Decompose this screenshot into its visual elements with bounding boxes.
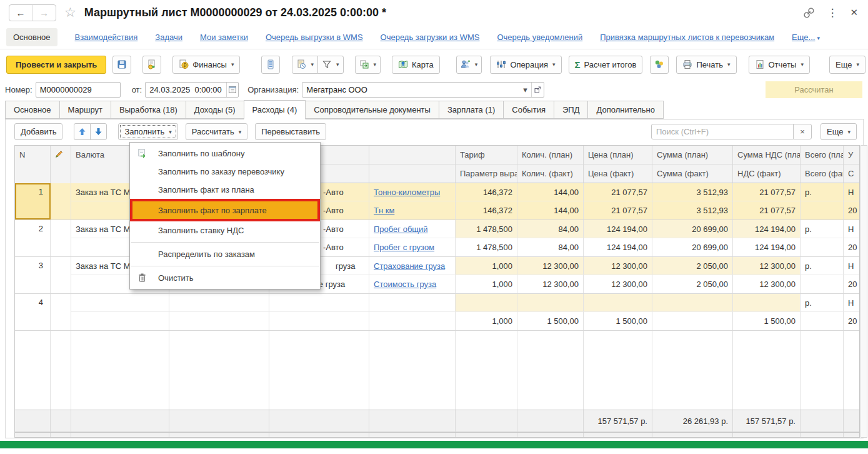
cell-tax-fact[interactable]: 20 xyxy=(844,312,859,330)
cell-tax-plan[interactable]: Н xyxy=(844,183,859,201)
nav-item-wms-unload-queue[interactable]: Очередь выгрузки в WMS xyxy=(266,33,363,42)
cell-tax-fact[interactable]: 20 xyxy=(844,238,859,256)
header-item-fact[interactable] xyxy=(369,164,456,183)
cell-tariff-fact[interactable]: Стоимость груза xyxy=(369,275,456,293)
cell-qty-fact[interactable]: 146,372 xyxy=(456,201,517,219)
cell-tax-fact[interactable]: 20 xyxy=(844,275,859,293)
row-number-cell[interactable]: 2 xyxy=(15,220,51,256)
search-input[interactable] xyxy=(651,124,794,139)
cell-total-fact[interactable]: 21 077,57 xyxy=(733,201,801,219)
header-edit[interactable] xyxy=(51,146,71,184)
row-number-cell[interactable]: 4 xyxy=(15,294,51,330)
close-icon[interactable]: ✕ xyxy=(850,7,858,18)
cell-price-plan[interactable]: 84,00 xyxy=(517,220,584,238)
cell-item-plan[interactable] xyxy=(269,294,369,312)
cell-currency-fact[interactable] xyxy=(801,201,844,219)
calculate-button[interactable]: Рассчитать▾ xyxy=(186,123,247,140)
tab-route[interactable]: Маршрут xyxy=(59,101,111,119)
nav-item-main[interactable]: Основное xyxy=(6,28,57,46)
header-price-plan[interactable]: Цена (план) xyxy=(584,146,652,164)
cell-sum-fact[interactable]: 21 077,57 xyxy=(584,201,652,219)
nav-item-wms-load-queue[interactable]: Очередь загрузки из WMS xyxy=(381,33,480,42)
cell-currency[interactable]: р. xyxy=(801,294,844,312)
header-qty-plan[interactable]: Колич. (план) xyxy=(517,146,584,164)
tab-salary[interactable]: Зарплата (1) xyxy=(439,101,504,119)
row-number-cell[interactable]: 3 xyxy=(15,257,51,293)
header-total-fact[interactable]: Всего (факт) xyxy=(801,164,844,183)
cell-tariff-plan[interactable]: Пробег общий xyxy=(369,220,456,238)
cell-doc-fact[interactable] xyxy=(169,312,269,330)
cell-item-fact[interactable] xyxy=(269,312,369,330)
cell-currency-fact[interactable] xyxy=(801,312,844,330)
cell-price-fact[interactable]: 144,00 xyxy=(517,201,584,219)
map-button[interactable]: Карта xyxy=(392,56,440,74)
post-document-button[interactable] xyxy=(142,56,161,74)
cell-vat-plan[interactable] xyxy=(652,294,733,312)
cell-currency[interactable]: р. xyxy=(801,183,844,201)
add-contact-button[interactable]: ▾ xyxy=(456,56,482,74)
cell-sum-fact[interactable]: 124 194,00 xyxy=(584,238,652,256)
calc-totals-button[interactable]: Σ Расчет итогов xyxy=(569,56,643,74)
menu-item-distribute-by-orders[interactable]: Распределить по заказам xyxy=(130,245,320,263)
header-tariff-plan[interactable]: Тариф xyxy=(456,146,517,164)
header-vat-plan[interactable]: Сумма НДС (план) xyxy=(733,146,801,164)
cell-sum-fact[interactable]: 1 500,00 xyxy=(584,312,652,330)
date-field[interactable] xyxy=(146,83,226,97)
cell-price-fact[interactable]: 1 500,00 xyxy=(517,312,584,330)
cell-total-fact[interactable]: 124 194,00 xyxy=(733,238,801,256)
cell-total-fact[interactable]: 12 300,00 xyxy=(733,275,801,293)
cell-total-plan[interactable] xyxy=(733,294,801,312)
nav-item-notes[interactable]: Мои заметки xyxy=(200,33,248,42)
nav-item-notification-queue[interactable]: Очередь уведомлений xyxy=(497,33,582,42)
header-sum-fact[interactable]: Сумма (факт) xyxy=(652,164,733,183)
nav-item-interactions[interactable]: Взаимодействия xyxy=(75,33,138,42)
tab-epd[interactable]: ЭПД xyxy=(554,101,589,119)
tab-expenses[interactable]: Расходы (4) xyxy=(244,100,306,119)
kebab-menu-icon[interactable]: ⋮ xyxy=(827,6,837,19)
link-icon[interactable] xyxy=(804,8,814,18)
cell-qty-plan[interactable] xyxy=(456,294,517,312)
cell-price-plan[interactable] xyxy=(517,294,584,312)
cell-sum-fact[interactable]: 12 300,00 xyxy=(584,275,652,293)
table-row[interactable]: 4 р. Н 1,000 1 500,00 1 500,00 1 500,00 … xyxy=(15,294,859,331)
move-up-button[interactable] xyxy=(74,123,91,140)
reissue-button[interactable]: Перевыставить xyxy=(255,123,326,140)
header-qty-fact[interactable]: Колич. (факт) xyxy=(517,164,584,183)
row-edit-cell[interactable] xyxy=(51,257,71,293)
structure-button[interactable] xyxy=(650,56,669,74)
cell-vat-plan[interactable]: 2 050,00 xyxy=(652,257,733,275)
operation-button[interactable]: Операция▾ xyxy=(490,56,561,74)
header-sum-plan[interactable]: Сумма (план) xyxy=(652,146,733,164)
organization-dropdown-icon[interactable]: ▾ xyxy=(519,83,532,97)
forward-button[interactable]: → xyxy=(32,5,56,21)
favorite-star-icon[interactable]: ☆ xyxy=(64,5,76,20)
cell-currency-fact[interactable] xyxy=(801,275,844,293)
save-button[interactable] xyxy=(112,56,131,74)
header-vat-fact[interactable]: НДС (факт) xyxy=(733,164,801,183)
cell-sum-plan[interactable]: 21 077,57 xyxy=(584,183,652,201)
cell-doc-plan[interactable] xyxy=(169,294,269,312)
vertical-scrollbar[interactable] xyxy=(861,145,867,438)
cell-vat-plan[interactable]: 3 512,93 xyxy=(652,183,733,201)
cell-price-fact[interactable]: 12 300,00 xyxy=(517,275,584,293)
cell-price-fact[interactable]: 84,00 xyxy=(517,238,584,256)
cell-tariff-plan[interactable]: Тонно-километры xyxy=(369,183,456,201)
fill-button[interactable]: Заполнить▾ xyxy=(118,123,177,140)
header-n[interactable]: N xyxy=(15,146,51,184)
menu-item-clear[interactable]: Очистить xyxy=(130,269,320,287)
tab-events[interactable]: События xyxy=(503,101,554,119)
cell-total-plan[interactable]: 21 077,57 xyxy=(733,183,801,201)
cell-vat-fact[interactable]: 2 050,00 xyxy=(652,275,733,293)
cell-order-plan[interactable] xyxy=(71,294,169,312)
header-extra-plan[interactable]: У xyxy=(844,146,859,164)
tab-accompanying-docs[interactable]: Сопроводительные документы xyxy=(305,101,439,119)
finance-button[interactable]: ₽ Финансы▾ xyxy=(172,56,240,74)
header-extra-fact[interactable]: С xyxy=(844,164,859,183)
cell-qty-fact[interactable]: 1,000 xyxy=(456,275,517,293)
cell-qty-plan[interactable]: 1 478,500 xyxy=(456,220,517,238)
toolbar-more-button[interactable]: Еще▾ xyxy=(829,56,866,74)
header-item-plan[interactable] xyxy=(369,146,456,164)
search-clear-icon[interactable]: × xyxy=(793,124,812,139)
menu-item-fill-fact-from-plan[interactable]: Заполнить факт из плана xyxy=(130,181,320,199)
registers-button[interactable] xyxy=(261,56,280,74)
